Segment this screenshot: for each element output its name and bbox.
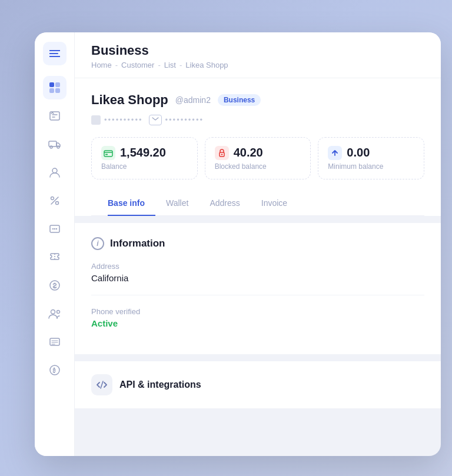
balance-card-blocked: 40.20 Blocked balance <box>205 137 311 179</box>
balance-icon-minimum <box>328 146 342 160</box>
sidebar-icon-finance[interactable] <box>43 274 67 297</box>
breadcrumb-current: Likea Shopp <box>185 61 228 69</box>
main-content: Business Home - Customer - List - Likea … <box>75 32 441 456</box>
section-header-info: i Information <box>91 237 424 250</box>
page-title: Business <box>91 43 424 58</box>
field-value-address: California <box>91 273 424 283</box>
svg-point-23 <box>51 309 55 314</box>
balance-label-main: Balance <box>101 162 188 171</box>
customer-header: Likea Shopp @admin2 Business <box>91 92 424 108</box>
svg-rect-33 <box>105 154 108 155</box>
balance-label-minimum: Minimum balance <box>328 162 414 171</box>
email-icon <box>149 115 162 125</box>
balance-amount-minimum: 0.00 <box>347 146 370 159</box>
email-value: •••••••••• <box>165 115 204 124</box>
phone-icon <box>91 115 101 125</box>
sidebar-icon-reports[interactable] <box>43 330 67 354</box>
svg-text:₿: ₿ <box>52 367 55 374</box>
customer-email: •••••••••• <box>149 115 204 125</box>
svg-rect-4 <box>55 82 60 87</box>
breadcrumb-customer[interactable]: Customer <box>121 61 154 69</box>
sidebar-icon-rates[interactable] <box>43 189 67 212</box>
customer-name: Likea Shopp <box>91 92 168 108</box>
customer-handle: @admin2 <box>175 95 211 105</box>
svg-point-19 <box>54 228 55 229</box>
api-title: API & integrations <box>119 380 201 390</box>
sidebar-icon-crypto[interactable]: ₿ <box>43 358 67 382</box>
field-address: Address California <box>91 262 424 283</box>
svg-point-11 <box>50 146 52 148</box>
balance-icon-main <box>101 146 115 160</box>
svg-rect-5 <box>49 88 54 93</box>
balance-amount-blocked: 40.20 <box>234 146 263 159</box>
info-icon: i <box>91 237 104 250</box>
customer-card: Likea Shopp @admin2 Business •••••••••• … <box>75 78 441 216</box>
svg-point-18 <box>52 228 53 229</box>
svg-point-20 <box>55 228 56 229</box>
field-label-phone: Phone verified <box>91 307 424 316</box>
balance-card-minimum: 0.00 Minimum balance <box>318 137 424 179</box>
tabs: Base info Wallet Address Invoice <box>91 191 424 216</box>
balance-amount-main: 1,549.20 <box>120 146 166 159</box>
breadcrumb: Home - Customer - List - Likea Shopp <box>91 61 424 69</box>
section-title-info: Information <box>110 238 165 249</box>
balance-icon-blocked <box>215 146 229 160</box>
sidebar-icon-customers[interactable] <box>43 161 67 184</box>
breadcrumb-home[interactable]: Home <box>91 61 112 69</box>
svg-line-14 <box>51 197 58 204</box>
svg-point-12 <box>57 146 59 148</box>
api-icon <box>91 374 112 395</box>
svg-rect-3 <box>49 82 54 87</box>
field-value-phone: Active <box>91 318 424 328</box>
balance-cards: 1,549.20 Balance 40.20 <box>91 137 424 179</box>
tab-invoice[interactable]: Invoice <box>251 191 298 216</box>
customer-contact: •••••••••• •••••••••• <box>91 115 424 125</box>
svg-point-35 <box>221 154 222 155</box>
sidebar-menu-button[interactable] <box>43 42 67 65</box>
tab-address[interactable]: Address <box>199 191 250 216</box>
divider <box>91 295 424 295</box>
svg-rect-6 <box>55 88 60 93</box>
field-label-address: Address <box>91 262 424 271</box>
tab-base-info[interactable]: Base info <box>108 191 155 216</box>
sidebar-icon-dashboard[interactable] <box>43 76 67 99</box>
sidebar-icon-vouchers[interactable] <box>43 245 67 269</box>
balance-label-blocked: Blocked balance <box>215 162 301 171</box>
sidebar-icon-delivery[interactable] <box>43 132 67 156</box>
page-header: Business Home - Customer - List - Likea … <box>75 32 441 78</box>
svg-point-13 <box>52 168 57 173</box>
api-section[interactable]: API & integrations <box>75 361 441 408</box>
sidebar-icon-transactions[interactable] <box>43 104 67 128</box>
field-phone-verified: Phone verified Active <box>91 307 424 328</box>
phone-value: •••••••••• <box>104 115 143 124</box>
information-section: i Information Address California Phone v… <box>75 223 441 354</box>
svg-line-36 <box>101 381 103 388</box>
balance-card-main: 1,549.20 Balance <box>91 137 198 179</box>
svg-point-15 <box>51 197 54 199</box>
customer-badge: Business <box>218 94 261 106</box>
sidebar-icon-teams[interactable] <box>43 302 67 325</box>
sidebar-icon-messages[interactable] <box>43 217 67 241</box>
svg-rect-31 <box>104 151 112 157</box>
customer-phone: •••••••••• <box>91 115 143 125</box>
svg-point-16 <box>55 201 58 204</box>
sidebar: ₿ <box>35 32 75 456</box>
breadcrumb-list[interactable]: List <box>164 61 176 69</box>
svg-rect-10 <box>49 141 56 147</box>
tab-wallet[interactable]: Wallet <box>155 191 199 216</box>
svg-point-24 <box>56 310 59 313</box>
